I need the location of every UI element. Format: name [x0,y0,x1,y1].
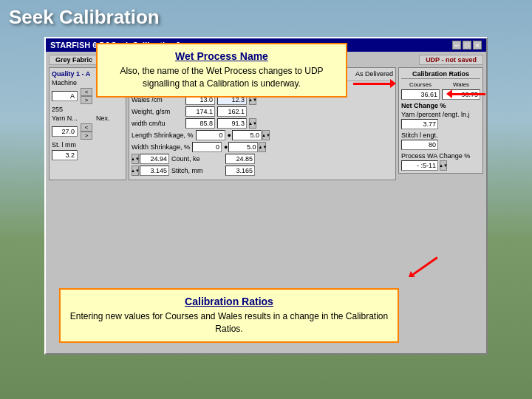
wet-process-arrow-container [353,79,396,88]
wet-process-arrow-line [353,83,390,85]
ref-input-4[interactable]: 0 [196,130,225,140]
window-controls: ─ □ × [452,41,482,50]
ref-input-7[interactable]: 3.145 [140,166,169,176]
machine-next-btn[interactable]: > [81,96,92,104]
row-label-6: Count, ke [171,155,223,163]
table-row: Weight, g/sm 174.1 162.1 [132,106,393,117]
table-row: width cm/tu 85.8 91.3 ▲▼ [132,118,393,129]
right-panel-wrapper: Calibration Ratios Courses Wales 36.61 9… [398,67,483,180]
yarn-next-btn[interactable]: > [81,132,92,140]
stitch-row: St. l mm [52,141,123,149]
tooltip-cal-ratios-text: Entering new values for Courses and Wale… [69,310,389,335]
process-wa-row: - :5-11 ▲▼ [401,160,480,171]
tooltip-wet-process-text: Also, the name of the Wet Process change… [106,65,337,90]
yarn-row: Yarn N... Nex. [52,115,123,122]
table-row: Width Shrinkage, % 0 ● 5.0 ▲▼ [132,142,393,152]
del-input-5[interactable]: 5.0 [228,142,258,152]
stitch-value[interactable]: 3.2 [52,150,78,160]
process-wa-spin[interactable]: ▲▼ [440,160,447,171]
wet-process-arrow-head [390,79,396,88]
ref-input-3[interactable]: 85.8 [185,118,215,129]
col1-header: Courses [401,81,440,88]
del-input-3[interactable]: 91.3 [217,118,247,129]
stitch-length-label: Stitch l engt. [401,132,480,139]
process-wa-value[interactable]: - :5-11 [401,160,438,171]
machine-range: 255 [52,106,123,113]
yarn-value[interactable]: 27.0 [52,126,78,137]
tooltip-cal-ratios: Calibration Ratios Entering new values f… [59,288,399,343]
ref-input-6[interactable]: 24.94 [140,154,169,164]
spin-stitch-left[interactable]: ▲▼ [132,166,139,176]
del-input-6[interactable]: 24.85 [225,154,255,164]
minimize-button[interactable]: ─ [452,41,461,50]
stitch-label: St. l mm [52,141,96,149]
page-title: Seek Calibration [9,6,160,29]
col2-header: Wales [442,81,480,88]
tooltip-wet-process: Wet Process Name Also, the name of the W… [96,43,347,98]
tooltip-wet-process-title: Wet Process Name [106,50,337,62]
udp-label: UDP - not saved [419,55,483,65]
circle-icon-4: ● [228,132,231,139]
yarn-prev-btn[interactable]: < [81,123,92,132]
grey-fabric-label: Grey Fabric [49,55,99,65]
process-wa-label: Process WA Change % [401,152,480,160]
net-change-label: Net Change % [401,102,480,109]
yarn-net-sublabel: Yarn /percent /engt. ln.j [401,111,480,118]
spin-5[interactable]: ▲▼ [259,142,266,152]
ref-input-2[interactable]: 174.1 [185,106,215,117]
table-row: Length Shrinkage, % 0 ● 5.0 ▲▼ [132,130,393,140]
row-label-5: Width Shrinkage, % [132,143,190,151]
table-row: ▲▼ 24.94 Count, ke 24.85 [132,154,393,164]
cal-ratios-arrow-line [452,93,485,95]
del-input-4[interactable]: 5.0 [232,130,262,140]
del-input-2[interactable]: 162.1 [217,106,247,117]
row-label-2: Weight, g/sm [132,108,183,115]
tooltip-cal-ratios-title: Calibration Ratios [69,296,389,307]
del-input-7[interactable]: 3.165 [225,166,255,176]
machine-label: Machine [52,79,96,86]
close-button[interactable]: × [473,41,482,50]
spin-4[interactable]: ▲▼ [262,130,270,140]
machine-prev-btn[interactable]: < [81,88,92,96]
table-row: ▲▼ 3.145 Stitch, mm 3.165 [132,166,393,176]
yarn-label: Yarn N... [52,115,96,122]
cal-ratios-arrow-container [446,89,485,98]
ref-input-5[interactable]: 0 [192,142,222,152]
cal-ratios-header: Calibration Ratios [401,70,480,79]
row-label-7: Stitch, mm [171,167,223,174]
spin-count-left[interactable]: ▲▼ [132,154,139,164]
courses-ratio[interactable]: 36.61 [401,89,440,100]
maximize-button[interactable]: □ [463,41,471,50]
spin-3[interactable]: ▲▼ [249,118,256,129]
row-label-3: width cm/tu [132,120,183,127]
row-label-4: Length Shrinkage, % [132,132,194,139]
yarn-value-row: 27.0 < > [52,123,123,140]
right-panel: Calibration Ratios Courses Wales 36.61 9… [398,67,483,174]
stitch-value-row: 3.2 [52,150,123,160]
machine-value[interactable]: A [52,91,78,101]
yarn-net-value[interactable]: 3.77 [401,119,438,129]
stitch-length-value[interactable]: 80 [401,140,438,150]
cal-ratios-col-headers: Courses Wales [401,81,480,88]
cal-ratios-arrow-head [446,89,452,98]
circle-icon-5: ● [224,143,228,151]
